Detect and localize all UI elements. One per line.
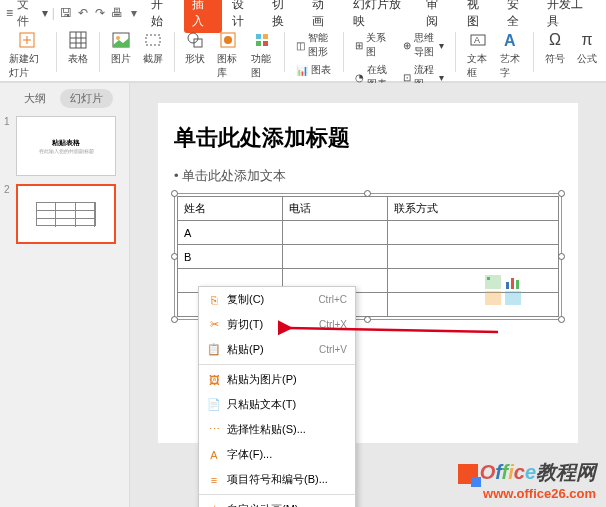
slide-bullet[interactable]: • 单击此处添加文本 [174, 167, 562, 185]
ribbon-equation[interactable]: π 公式 [574, 30, 600, 66]
preview-icon[interactable]: ▾ [126, 5, 141, 21]
svg-rect-3 [70, 32, 86, 48]
tab-review[interactable]: 审阅 [418, 0, 456, 33]
svg-rect-25 [511, 278, 514, 289]
tab-animation[interactable]: 动画 [304, 0, 342, 33]
thumbnail-2[interactable] [16, 184, 116, 244]
ribbon-textbox[interactable]: A 文本框 [464, 30, 492, 80]
ribbon-icons[interactable]: 图标库 [214, 30, 242, 80]
media-placeholder-icon[interactable] [505, 291, 521, 305]
resize-handle[interactable] [558, 253, 565, 260]
resize-handle[interactable] [364, 316, 371, 323]
relation-icon: ⊞ [355, 40, 363, 51]
smartart-placeholder-icon[interactable] [485, 291, 501, 305]
context-menu-item[interactable]: 📄只粘贴文本(T) [199, 392, 355, 417]
slide-title[interactable]: 单击此处添加标题 [174, 123, 562, 153]
relation-label: 关系图 [366, 31, 391, 59]
table-label: 表格 [68, 52, 88, 66]
ribbon-separator [174, 32, 175, 72]
tab-insert[interactable]: 插入 [184, 0, 222, 33]
ribbon-mindmap[interactable]: ⊕思维导图▾ [400, 30, 447, 60]
menu-item-icon: 🖼 [207, 373, 221, 387]
context-menu-item[interactable]: A字体(F)... [199, 442, 355, 467]
context-menu-item[interactable]: ✂剪切(T)Ctrl+X [199, 312, 355, 337]
table-header[interactable]: 姓名 [178, 197, 283, 221]
side-panel: 大纲 幻灯片 1 粘贴表格 在此输入您的封面副标题 2 [0, 83, 130, 507]
smartart-icon: ◫ [296, 40, 305, 51]
ribbon-screenshot[interactable]: 截屏 [140, 30, 166, 66]
table-cell[interactable]: A [178, 221, 283, 245]
svg-point-14 [224, 36, 232, 44]
table-cell[interactable] [283, 245, 388, 269]
tab-transition[interactable]: 切换 [264, 0, 302, 33]
tab-view[interactable]: 视图 [459, 0, 497, 33]
file-menu[interactable]: ≡ 文件 ▾ [6, 0, 48, 30]
tab-outline[interactable]: 大纲 [14, 89, 56, 108]
ribbon-wordart[interactable]: A 艺术字 [497, 30, 525, 80]
wordart-label: 艺术字 [500, 52, 522, 80]
tab-slideshow[interactable]: 幻灯片放映 [345, 0, 417, 33]
ribbon-chart[interactable]: 📊图表 [293, 62, 335, 78]
undo-icon[interactable]: ↶ [76, 5, 91, 21]
resize-handle[interactable] [171, 316, 178, 323]
table-cell[interactable] [283, 221, 388, 245]
top-bar: ≡ 文件 ▾ | 🖫 ↶ ↷ 🖶 ▾ 开始 插入 设计 切换 动画 幻灯片放映 … [0, 0, 606, 83]
ribbon-smartart[interactable]: ◫智能图形 [293, 30, 335, 60]
ribbon-shapes[interactable]: 形状 [182, 30, 208, 66]
context-menu-item[interactable]: ⋯选择性粘贴(S)... [199, 417, 355, 442]
menu-item-label: 粘贴(P) [227, 342, 313, 357]
equation-icon: π [577, 30, 597, 50]
ribbon-separator [284, 32, 285, 72]
new-slide-label: 新建幻灯片 [9, 52, 45, 80]
tab-slides[interactable]: 幻灯片 [60, 89, 113, 108]
table-header[interactable]: 联系方式 [388, 197, 559, 221]
ribbon-new-slide[interactable]: 新建幻灯片 [6, 30, 48, 80]
tab-design[interactable]: 设计 [224, 0, 262, 33]
ribbon-relation[interactable]: ⊞关系图 [352, 30, 394, 60]
table-cell[interactable] [388, 269, 559, 293]
thumbnail-1[interactable]: 粘贴表格 在此输入您的封面副标题 [16, 116, 116, 176]
ribbon-image[interactable]: 图片 [108, 30, 134, 66]
menu-item-label: 自定义动画(M)... [227, 502, 341, 507]
resize-handle[interactable] [364, 190, 371, 197]
table-header[interactable]: 电话 [283, 197, 388, 221]
redo-icon[interactable]: ↷ [93, 5, 108, 21]
resize-handle[interactable] [171, 190, 178, 197]
table-placeholder-icon[interactable] [485, 275, 501, 289]
print-icon[interactable]: 🖶 [110, 5, 125, 21]
menu-item-icon: ✂ [207, 318, 221, 332]
resize-handle[interactable] [171, 253, 178, 260]
chart-placeholder-icon[interactable] [505, 275, 521, 289]
ribbon-separator [455, 32, 456, 72]
table-row: B [178, 245, 559, 269]
context-menu: ⎘复制(C)Ctrl+C✂剪切(T)Ctrl+X📋粘贴(P)Ctrl+V🖼粘贴为… [198, 286, 356, 507]
ribbon-functions[interactable]: 功能图 [248, 30, 276, 80]
table-cell[interactable]: B [178, 245, 283, 269]
menu-item-label: 粘贴为图片(P) [227, 372, 341, 387]
placeholder-icons [485, 275, 521, 289]
menu-row: ≡ 文件 ▾ | 🖫 ↶ ↷ 🖶 ▾ 开始 插入 设计 切换 动画 幻灯片放映 … [0, 0, 606, 26]
svg-text:A: A [504, 32, 516, 49]
context-menu-item[interactable]: 📋粘贴(P)Ctrl+V [199, 337, 355, 362]
tab-start[interactable]: 开始 [143, 0, 181, 33]
new-slide-icon [17, 30, 37, 50]
table-cell[interactable] [388, 245, 559, 269]
menu-item-icon: A [207, 448, 221, 462]
table-cell[interactable] [388, 221, 559, 245]
table-cell[interactable] [388, 293, 559, 317]
resize-handle[interactable] [558, 190, 565, 197]
ribbon-symbol[interactable]: Ω 符号 [542, 30, 568, 66]
functions-icon [252, 30, 272, 50]
context-menu-item[interactable]: ✦自定义动画(M)... [199, 497, 355, 507]
save-icon[interactable]: 🖫 [59, 5, 74, 21]
resize-handle[interactable] [558, 316, 565, 323]
symbol-label: 符号 [545, 52, 565, 66]
tab-developer[interactable]: 开发工具 [539, 0, 600, 33]
ribbon-table[interactable]: 表格 [65, 30, 91, 66]
shapes-icon [185, 30, 205, 50]
svg-rect-28 [505, 291, 521, 305]
context-menu-item[interactable]: 🖼粘贴为图片(P) [199, 367, 355, 392]
context-menu-item[interactable]: ≡项目符号和编号(B)... [199, 467, 355, 492]
context-menu-item[interactable]: ⎘复制(C)Ctrl+C [199, 287, 355, 312]
tab-security[interactable]: 安全 [499, 0, 537, 33]
